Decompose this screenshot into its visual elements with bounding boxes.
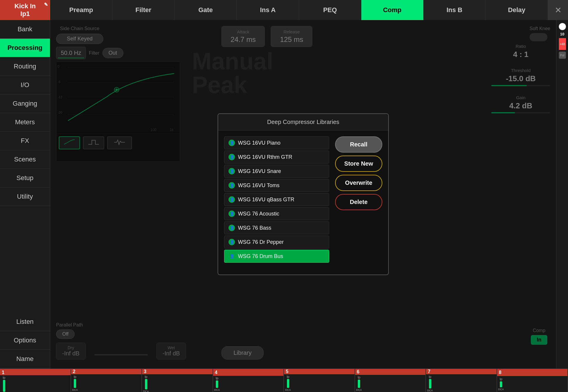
tab-ins-a[interactable]: Ins A <box>237 0 299 20</box>
sidebar-item-utility[interactable]: Utility <box>0 187 50 206</box>
right-sidebar: 10 +48 Pol <box>556 20 568 368</box>
list-item[interactable]: 👤 WSG 76 Dr Pepper <box>224 236 329 249</box>
content-area: Side Chain Source Self Keyed 50.0 Hz Fil… <box>50 20 556 368</box>
channel-strip-8[interactable]: 8 Ip DCA <box>497 369 568 392</box>
ch-meter-1 <box>3 380 5 392</box>
sidebar-item-routing[interactable]: Routing <box>0 57 50 76</box>
ch-num-2: 2 <box>73 369 76 374</box>
lib-icon: 👤 <box>228 154 235 160</box>
tab-gate[interactable]: Gate <box>175 0 237 20</box>
top-bar: ✎ Kick In Ip1 Preamp Filter Gate Ins A P… <box>0 0 568 20</box>
lib-icon: 👤 <box>228 210 235 217</box>
ch-num-1: 1 <box>2 370 4 375</box>
tab-preamp[interactable]: Preamp <box>50 0 112 20</box>
channel-strip-1[interactable]: 1 Ip DCA <box>0 369 71 392</box>
tab-ins-b[interactable]: Ins B <box>424 0 486 20</box>
level-indicator <box>559 23 566 30</box>
sidebar-item-setup[interactable]: Setup <box>0 169 50 187</box>
channel-name: Kick In <box>14 2 36 10</box>
pol-button[interactable]: Pol <box>559 52 566 59</box>
sidebar-item-fx[interactable]: FX <box>0 132 50 150</box>
tab-delay[interactable]: Delay <box>486 0 548 20</box>
list-item[interactable]: 👤 WSG 16VU Snare <box>224 165 329 178</box>
sidebar-item-bank[interactable]: Bank <box>0 20 50 39</box>
lib-icon: 👤 <box>228 253 235 259</box>
channel-button[interactable]: ✎ Kick In Ip1 <box>0 0 50 20</box>
modal-overlay: Deep Compressor Libraries 👤 WSG 16VU Pia… <box>50 20 556 368</box>
lib-icon: 👤 <box>228 182 235 189</box>
modal-title: Deep Compressor Libraries <box>218 114 388 130</box>
channel-sub: Ip1 <box>20 10 30 18</box>
level-value: 10 <box>560 32 564 36</box>
list-item[interactable]: 👤 WSG 76 Acoustic <box>224 207 329 220</box>
ch-fader-1: Ip DCA <box>0 375 71 392</box>
store-new-button[interactable]: Store New <box>335 156 382 172</box>
ch-type-1: Ip <box>3 376 5 379</box>
channel-strip-5[interactable]: 5 Ip DCA <box>284 369 355 392</box>
ch-fader-2: Ip DCA <box>71 374 142 392</box>
sidebar-item-meters[interactable]: Meters <box>0 113 50 132</box>
sidebar-item-name[interactable]: Name <box>0 350 50 368</box>
plus-bar: +48 <box>559 38 566 50</box>
list-item[interactable]: 👤 WSG 76 Bass <box>224 221 329 234</box>
sidebar-bottom: Listen Options Name <box>0 313 50 368</box>
close-button[interactable]: ✕ <box>548 0 568 20</box>
channel-strip-7[interactable]: 7 Ip DCA <box>426 369 497 392</box>
list-item[interactable]: 👤 WSG 16VU Toms <box>224 179 329 192</box>
lib-icon: 👤 <box>228 140 235 146</box>
nav-tabs: Preamp Filter Gate Ins A PEQ Comp Ins B … <box>50 0 548 20</box>
channel-strip-4[interactable]: 4 Ip DCA <box>213 369 284 392</box>
library-list: 👤 WSG 16VU Piano 👤 WSG 16VU Rthm GTR 👤 W… <box>224 136 329 263</box>
channel-strip-6[interactable]: 6 Ip DCA <box>355 369 426 392</box>
sidebar-item-io[interactable]: I/O <box>0 76 50 94</box>
tab-peq[interactable]: PEQ <box>299 0 361 20</box>
sidebar-item-scenes[interactable]: Scenes <box>0 150 50 169</box>
sidebar-item-ganging[interactable]: Ganging <box>0 94 50 113</box>
list-item-selected[interactable]: 👤 WSG 76 Drum Bus <box>224 250 329 263</box>
lib-icon: 👤 <box>228 239 235 245</box>
main-layout: Bank Processing Routing I/O Ganging Mete… <box>0 20 568 368</box>
lib-icon: 👤 <box>228 225 235 231</box>
tab-comp[interactable]: Comp <box>361 0 424 20</box>
library-modal: Deep Compressor Libraries 👤 WSG 16VU Pia… <box>218 113 389 275</box>
list-item[interactable]: 👤 WSG 16VU qBass GTR <box>224 193 329 206</box>
lib-icon: 👤 <box>228 168 235 174</box>
sidebar-item-processing[interactable]: Processing <box>0 39 50 57</box>
modal-actions: Recall Store New Overwrite Delete <box>335 136 382 263</box>
channel-strip-2[interactable]: 2 Ip DCA <box>71 369 142 392</box>
list-item[interactable]: 👤 WSG 16VU Rthm GTR <box>224 151 329 164</box>
bottom-strip: 1 Ip DCA 2 Ip DCA 3 Ip <box>0 368 568 392</box>
edit-icon: ✎ <box>44 2 48 7</box>
sidebar-item-listen[interactable]: Listen <box>0 313 50 331</box>
comp-panel: Side Chain Source Self Keyed 50.0 Hz Fil… <box>50 20 556 368</box>
overwrite-button[interactable]: Overwrite <box>335 175 382 191</box>
delete-button[interactable]: Delete <box>335 194 382 210</box>
sidebar-item-options[interactable]: Options <box>0 331 50 350</box>
channel-strip-3[interactable]: 3 Ip DCA <box>142 369 213 392</box>
lib-icon: 👤 <box>228 196 235 203</box>
list-item[interactable]: 👤 WSG 16VU Piano <box>224 136 329 149</box>
recall-button[interactable]: Recall <box>335 136 382 153</box>
tab-filter[interactable]: Filter <box>112 0 175 20</box>
sidebar: Bank Processing Routing I/O Ganging Mete… <box>0 20 50 368</box>
modal-body: 👤 WSG 16VU Piano 👤 WSG 16VU Rthm GTR 👤 W… <box>218 130 388 269</box>
